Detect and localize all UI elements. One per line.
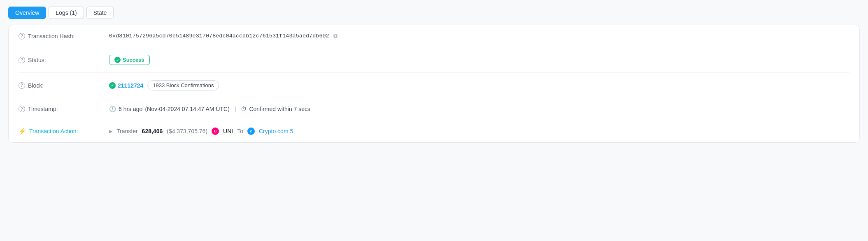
- tx-hash-label: ? Transaction Hash:: [19, 33, 109, 39]
- timestamp-datetime: (Nov-04-2024 07:14:47 AM UTC): [145, 106, 229, 112]
- tx-hash-row: ? Transaction Hash: 0xd8101757296a5cd70e…: [19, 25, 849, 47]
- block-value: ✓ 21112724 1933 Block Confirmations: [109, 80, 849, 90]
- timestamp-row: ? Timestamp: 🕐 6 hrs ago (Nov-04-2024 07…: [19, 98, 849, 120]
- success-check-icon: ✓: [114, 57, 121, 63]
- timestamp-ago: 6 hrs ago: [119, 106, 142, 112]
- token-label: UNI: [223, 128, 233, 134]
- timestamp-value: 🕐 6 hrs ago (Nov-04-2024 07:14:47 AM UTC…: [109, 106, 849, 112]
- action-value: ▶ Transfer 628,406 ($4,373,705.76) U UNI…: [109, 127, 849, 135]
- block-number-link[interactable]: ✓ 21112724: [109, 82, 143, 89]
- clock-icon-2: ⏱: [241, 106, 247, 112]
- tab-bar: Overview Logs (1) State: [8, 7, 860, 19]
- transfer-prefix: Transfer: [116, 128, 138, 134]
- status-value: ✓ Success: [109, 55, 849, 65]
- timestamp-label: ? Timestamp:: [19, 106, 109, 112]
- timestamp-divider: |: [235, 106, 236, 112]
- tx-hash-value: 0xd8101757296a5cd70e51489e317078edc04acc…: [109, 32, 849, 39]
- timestamp-help-icon[interactable]: ?: [19, 106, 25, 112]
- tab-state[interactable]: State: [86, 7, 114, 19]
- triangle-icon: ▶: [109, 129, 112, 134]
- success-badge: ✓ Success: [109, 55, 150, 65]
- action-row: ⚡ Transaction Action: ▶ Transfer 628,406…: [19, 120, 849, 142]
- tab-overview[interactable]: Overview: [8, 7, 46, 19]
- tx-hash-label-text: Transaction Hash:: [28, 33, 74, 39]
- transfer-usd: ($4,373,705.76): [167, 128, 207, 134]
- lightning-icon: ⚡: [19, 127, 26, 135]
- copy-icon[interactable]: ⧉: [333, 32, 337, 39]
- block-label-text: Block:: [28, 82, 44, 89]
- action-label-text: Transaction Action:: [29, 128, 78, 134]
- uni-token-icon: U: [212, 127, 219, 135]
- tx-hash-help-icon[interactable]: ?: [19, 33, 25, 39]
- status-help-icon[interactable]: ?: [19, 57, 25, 63]
- timestamp-label-text: Timestamp:: [28, 106, 58, 112]
- timestamp-confirmed: Confirmed within 7 secs: [249, 106, 310, 112]
- status-label-text: Status:: [28, 57, 46, 63]
- clock-icon: 🕐: [109, 106, 116, 112]
- confirmations-badge: 1933 Block Confirmations: [147, 80, 219, 90]
- block-row: ? Block: ✓ 21112724 1933 Block Confirmat…: [19, 73, 849, 98]
- crypto-token-icon: C: [247, 127, 255, 135]
- action-label: ⚡ Transaction Action:: [19, 127, 109, 135]
- block-help-icon[interactable]: ?: [19, 82, 25, 89]
- transfer-amount: 628,406: [142, 128, 163, 134]
- transaction-card: ? Transaction Hash: 0xd8101757296a5cd70e…: [8, 25, 860, 143]
- status-row: ? Status: ✓ Success: [19, 47, 849, 73]
- destination-link[interactable]: Crypto.com 5: [259, 128, 293, 134]
- block-number-text: 21112724: [118, 82, 143, 89]
- tab-logs[interactable]: Logs (1): [49, 7, 84, 19]
- success-text: Success: [123, 57, 144, 63]
- block-check-icon: ✓: [109, 82, 116, 89]
- status-label: ? Status:: [19, 57, 109, 63]
- to-text: To: [237, 128, 243, 134]
- block-label: ? Block:: [19, 82, 109, 89]
- tx-hash-text: 0xd8101757296a5cd70e51489e317078edc04acc…: [109, 33, 329, 39]
